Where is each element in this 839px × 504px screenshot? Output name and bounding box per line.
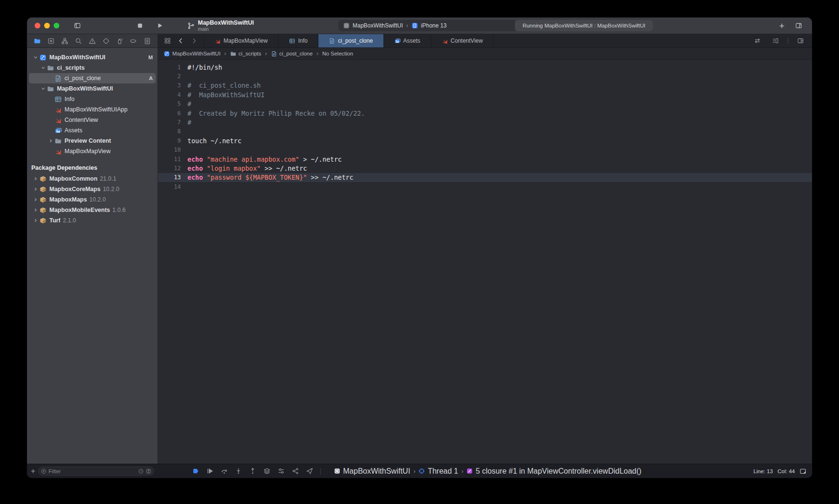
step-out-button[interactable] bbox=[249, 467, 256, 475]
code-line-6[interactable]: 6# Created by Moritz Philip Recke on 05/… bbox=[158, 109, 812, 118]
source-editor[interactable]: 1#!/bin/sh23# ci_post_clone.sh4# MapBoxW… bbox=[158, 60, 812, 464]
breadcrumb-item[interactable]: MapBoxWithSwiftUI bbox=[164, 51, 221, 57]
run-button[interactable] bbox=[154, 20, 166, 31]
code-line-11[interactable]: 11echo "machine api.mapbox.com" > ~/.net… bbox=[158, 155, 812, 164]
package-name: Turf bbox=[49, 217, 60, 224]
code-line-3[interactable]: 3# ci_post_clone.sh bbox=[158, 81, 812, 90]
recent-files-clock-icon[interactable] bbox=[138, 468, 144, 474]
tree-row-MapBoxWithSwiftUI[interactable]: MapBoxWithSwiftUI bbox=[27, 83, 158, 94]
disclosure-right-icon[interactable] bbox=[32, 208, 39, 212]
step-into-button[interactable] bbox=[235, 467, 242, 475]
tab-ci_post_clone[interactable]: ci_post_clone bbox=[318, 34, 383, 47]
report-navigator[interactable] bbox=[144, 37, 151, 45]
filter-field[interactable]: Filter bbox=[38, 467, 154, 476]
breadcrumb-item[interactable]: ci_post_clone bbox=[271, 51, 313, 57]
go-back-button[interactable] bbox=[175, 35, 186, 46]
breakpoints-toggle[interactable] bbox=[192, 467, 199, 475]
scriptfile-icon bbox=[55, 75, 62, 82]
tab-ContentView[interactable]: ContentView bbox=[431, 34, 494, 47]
debug-navigator[interactable] bbox=[116, 37, 123, 45]
zoom-window-button[interactable] bbox=[54, 23, 59, 28]
scheme-destination-picker[interactable]: MapBoxWithSwiftUI › iPhone 13 bbox=[338, 22, 515, 29]
scm-status-filter-icon[interactable] bbox=[146, 468, 151, 474]
tree-row-Assets[interactable]: Assets bbox=[27, 125, 158, 136]
code-line-1[interactable]: 1#!/bin/sh bbox=[158, 63, 812, 72]
find-navigator[interactable] bbox=[75, 37, 82, 45]
source-control-navigator[interactable] bbox=[47, 37, 55, 45]
breadcrumb-item[interactable]: No Selection bbox=[322, 51, 353, 56]
disclosure-down-icon[interactable] bbox=[32, 55, 39, 60]
debug-frame-label[interactable]: 5 closure #1 in MapViewController.viewDi… bbox=[475, 467, 641, 476]
chevron-separator: › bbox=[316, 50, 319, 57]
disclosure-down-icon[interactable] bbox=[39, 86, 47, 91]
step-over-button[interactable] bbox=[221, 467, 228, 475]
package-dependencies-header: Package Dependencies bbox=[27, 162, 158, 174]
code-line-14[interactable]: 14 bbox=[158, 182, 812, 191]
project-navigator[interactable] bbox=[34, 37, 41, 45]
line-number: 14 bbox=[158, 183, 181, 190]
go-forward-button[interactable] bbox=[188, 35, 200, 46]
package-cube-icon bbox=[39, 186, 47, 193]
code-line-8[interactable]: 8 bbox=[158, 127, 812, 136]
editor-layout-button[interactable] bbox=[793, 20, 804, 31]
tab-Assets[interactable]: Assets bbox=[384, 34, 431, 47]
code-review-button[interactable] bbox=[752, 35, 763, 46]
thread-cpu-icon bbox=[419, 468, 425, 474]
tree-row-Preview Content[interactable]: Preview Content bbox=[27, 136, 158, 146]
symbol-navigator[interactable] bbox=[61, 37, 68, 45]
tab-MapBoxMapView[interactable]: MapBoxMapView bbox=[204, 34, 279, 47]
tree-row-MapBoxWithSwiftUI[interactable]: MapBoxWithSwiftUIM bbox=[27, 52, 158, 63]
toggle-console-icon[interactable] bbox=[800, 468, 806, 475]
library-add-button[interactable]: + bbox=[779, 21, 784, 30]
issue-navigator[interactable] bbox=[89, 37, 96, 45]
code-line-5[interactable]: 5# bbox=[158, 100, 812, 109]
tree-row-MapBoxMapView[interactable]: MapBoxMapView bbox=[27, 146, 158, 156]
disclosure-right-icon[interactable] bbox=[32, 197, 39, 202]
debug-view-hierarchy-button[interactable] bbox=[263, 467, 270, 475]
package-row-MapboxCoreMaps[interactable]: MapboxCoreMaps10.2.0 bbox=[27, 184, 158, 194]
disclosure-right-icon[interactable] bbox=[32, 176, 39, 181]
debug-app-label[interactable]: MapBoxWithSwiftUI bbox=[343, 467, 410, 476]
package-row-MapboxCommon[interactable]: MapboxCommon21.0.1 bbox=[27, 174, 158, 184]
tree-row-Info[interactable]: Info bbox=[27, 94, 158, 104]
disclosure-right-icon[interactable] bbox=[32, 187, 39, 192]
disclosure-down-icon[interactable] bbox=[39, 65, 47, 70]
tree-row-ci_scripts[interactable]: ci_scripts bbox=[27, 63, 158, 73]
tab-Info[interactable]: Info bbox=[279, 34, 318, 47]
tree-row-ContentView[interactable]: ContentView bbox=[27, 115, 158, 125]
test-navigator[interactable] bbox=[103, 37, 110, 45]
code-line-9[interactable]: 9touch ~/.netrc bbox=[158, 136, 812, 145]
add-editor-button[interactable] bbox=[795, 35, 806, 46]
simulate-location-button[interactable] bbox=[306, 467, 313, 475]
continue-button[interactable] bbox=[206, 467, 214, 475]
debug-thread-label[interactable]: Thread 1 bbox=[428, 467, 458, 476]
environment-overrides-button[interactable] bbox=[278, 467, 285, 475]
tree-row-MapBoxWithSwiftUIApp[interactable]: MapBoxWithSwiftUIApp bbox=[27, 104, 158, 115]
disclosure-right-icon[interactable] bbox=[47, 138, 55, 143]
related-items-button[interactable] bbox=[162, 35, 173, 46]
tree-row-ci_post_clone[interactable]: ci_post_cloneA bbox=[27, 73, 158, 83]
scheme-selector[interactable]: MapBoxWithSwiftUI › iPhone 13 Running Ma… bbox=[338, 20, 653, 31]
stop-button[interactable] bbox=[134, 20, 146, 31]
package-row-MapboxMobileEvents[interactable]: MapboxMobileEvents1.0.6 bbox=[27, 205, 158, 215]
add-file-button[interactable]: + bbox=[31, 467, 35, 475]
assets-icon bbox=[394, 38, 401, 44]
code-text: # Created by Moritz Philip Recke on 05/0… bbox=[187, 110, 365, 117]
warning-icon bbox=[89, 37, 96, 45]
package-row-Turf[interactable]: Turf2.1.0 bbox=[27, 215, 158, 226]
breadcrumb-item[interactable]: ci_scripts bbox=[230, 51, 261, 57]
minimize-window-button[interactable] bbox=[44, 23, 50, 28]
close-window-button[interactable] bbox=[35, 23, 40, 28]
code-line-2[interactable]: 2 bbox=[158, 72, 812, 81]
breakpoint-navigator[interactable] bbox=[130, 37, 137, 45]
memory-graph-button[interactable] bbox=[292, 467, 299, 475]
code-line-7[interactable]: 7# bbox=[158, 118, 812, 127]
code-line-10[interactable]: 10 bbox=[158, 146, 812, 155]
package-row-MapboxMaps[interactable]: MapboxMaps10.2.0 bbox=[27, 194, 158, 205]
disclosure-right-icon[interactable] bbox=[32, 218, 39, 223]
code-line-4[interactable]: 4# MapBoxWithSwiftUI bbox=[158, 90, 812, 99]
toggle-navigator-button[interactable] bbox=[72, 20, 83, 31]
code-line-12[interactable]: 12echo "login mapbox" >> ~/.netrc bbox=[158, 164, 812, 173]
adjust-editor-options-button[interactable] bbox=[770, 35, 781, 46]
code-line-13[interactable]: 13echo "password ${MAPBOX_TOKEN}" >> ~/.… bbox=[158, 173, 812, 182]
